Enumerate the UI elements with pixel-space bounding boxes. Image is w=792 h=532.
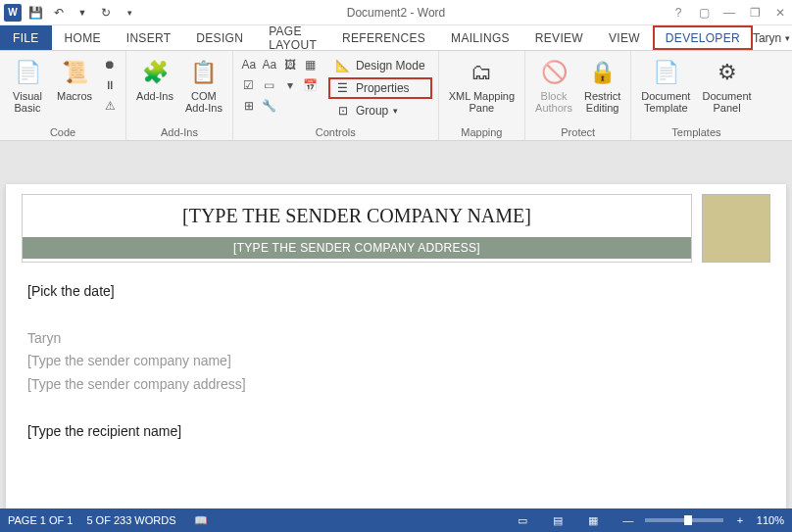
tab-review[interactable]: REVIEW	[522, 25, 596, 50]
tab-home[interactable]: HOME	[52, 25, 114, 50]
pause-recording-button[interactable]: ⏸	[100, 75, 120, 95]
xml-mapping-icon: 🗂	[466, 57, 497, 88]
date-picker-field[interactable]: [Pick the date]	[27, 280, 765, 304]
block-authors-button[interactable]: 🚫 Block Authors	[531, 55, 576, 116]
print-layout-button[interactable]: ▤	[547, 511, 569, 529]
user-name[interactable]: Taryn	[753, 31, 781, 45]
datepicker-control-button[interactable]: 📅	[301, 75, 321, 95]
document-page[interactable]: [TYPE THE SENDER COMPANY NAME] [TYPE THE…	[6, 184, 786, 508]
quick-access-toolbar: W 💾 ↶ ▼ ↻ ▾	[0, 3, 139, 23]
group-code: 📄 Visual Basic 📜 Macros ⏺ ⏸ ⚠ Code	[0, 51, 126, 140]
group-icon: ⊡	[335, 103, 351, 119]
zoom-control: — + 110%	[618, 511, 784, 529]
tab-developer[interactable]: DEVELOPER	[653, 25, 753, 50]
status-bar: PAGE 1 OF 1 5 OF 233 WORDS 📖 ▭ ▤ ▦ — + 1…	[0, 508, 792, 532]
group-controls: Aa Aa 🖼 ▦ ☑ ▭ ▾ 📅 ⊞ 🔧 📐	[233, 51, 439, 140]
minimize-button[interactable]: —	[719, 3, 739, 23]
group-templates-label: Templates	[637, 124, 755, 140]
macros-icon: 📜	[59, 57, 90, 88]
tab-page-layout[interactable]: PAGE LAYOUT	[256, 25, 329, 50]
design-mode-icon: 📐	[335, 58, 351, 73]
dropdown-control-button[interactable]: ▾	[280, 75, 300, 95]
properties-button[interactable]: ☰ Properties	[328, 77, 432, 99]
rich-text-control-button[interactable]: Aa	[239, 55, 259, 74]
titlebar: W 💾 ↶ ▼ ↻ ▾ Document2 - Word ? ▢ — ❐ ✕	[0, 0, 792, 25]
sender-name-text[interactable]: Taryn	[27, 327, 765, 351]
building-block-control-button[interactable]: ▦	[301, 55, 321, 74]
window-controls: ? ▢ — ❐ ✕	[668, 3, 790, 23]
zoom-in-button[interactable]: +	[729, 511, 751, 529]
group-controls-button[interactable]: ⊡ Group ▾	[328, 100, 432, 121]
group-addins-label: Add-Ins	[132, 124, 226, 140]
sender-company-name-field[interactable]: [TYPE THE SENDER COMPANY NAME]	[23, 195, 691, 237]
document-template-button[interactable]: 📄 Document Template	[637, 55, 694, 116]
macro-security-button[interactable]: ⚠	[100, 96, 120, 116]
sender-address-placeholder[interactable]: [Type the sender company address]	[27, 373, 765, 397]
undo-dropdown[interactable]: ▼	[73, 3, 92, 23]
addins-icon: 🧩	[139, 57, 171, 88]
group-protect-label: Protect	[531, 124, 624, 140]
ribbon: 📄 Visual Basic 📜 Macros ⏺ ⏸ ⚠ Code 🧩 Add…	[0, 51, 792, 141]
spelling-status-icon[interactable]: 📖	[190, 511, 212, 529]
restrict-editing-button[interactable]: 🔒 Restrict Editing	[580, 55, 624, 116]
undo-button[interactable]: ↶	[49, 3, 69, 23]
tab-references[interactable]: REFERENCES	[329, 25, 438, 50]
group-protect: 🚫 Block Authors 🔒 Restrict Editing Prote…	[525, 51, 631, 140]
properties-icon: ☰	[335, 80, 351, 96]
word-count[interactable]: 5 OF 233 WORDS	[86, 514, 175, 526]
save-button[interactable]: 💾	[25, 3, 45, 23]
design-mode-button[interactable]: 📐 Design Mode	[328, 55, 432, 76]
zoom-out-button[interactable]: —	[618, 511, 639, 529]
record-macro-button[interactable]: ⏺	[100, 55, 120, 74]
document-panel-button[interactable]: ⚙ Document Panel	[698, 55, 755, 116]
visual-basic-button[interactable]: 📄 Visual Basic	[6, 55, 49, 116]
recipient-name-field[interactable]: [Type the recipient name]	[27, 420, 765, 444]
zoom-level[interactable]: 110%	[757, 514, 784, 526]
group-addins: 🧩 Add-Ins 📋 COM Add-Ins Add-Ins	[126, 51, 233, 140]
qat-customize-dropdown[interactable]: ▾	[120, 3, 139, 23]
help-button[interactable]: ?	[668, 3, 688, 23]
word-app-icon[interactable]: W	[4, 4, 22, 22]
web-layout-button[interactable]: ▦	[582, 511, 604, 529]
ribbon-display-options[interactable]: ▢	[694, 3, 714, 23]
redo-button[interactable]: ↻	[96, 3, 116, 23]
sender-company-address-field[interactable]: [TYPE THE SENDER COMPANY ADDRESS]	[23, 237, 691, 259]
xml-mapping-pane-button[interactable]: 🗂 XML Mapping Pane	[445, 55, 519, 116]
document-panel-icon: ⚙	[712, 57, 743, 88]
com-addins-button[interactable]: 📋 COM Add-Ins	[181, 55, 226, 116]
restrict-editing-icon: 🔒	[587, 57, 619, 88]
document-template-icon: 📄	[650, 57, 681, 88]
document-area[interactable]: [TYPE THE SENDER COMPANY NAME] [TYPE THE…	[0, 141, 792, 508]
combobox-control-button[interactable]: ▭	[260, 75, 279, 95]
tab-insert[interactable]: INSERT	[114, 25, 184, 50]
sender-company-placeholder[interactable]: [Type the sender company name]	[27, 350, 765, 373]
document-header: [TYPE THE SENDER COMPANY NAME] [TYPE THE…	[22, 194, 770, 263]
group-mapping-label: Mapping	[445, 124, 519, 140]
addins-button[interactable]: 🧩 Add-Ins	[132, 55, 177, 104]
window-title: Document2 - Word	[347, 6, 445, 20]
group-templates: 📄 Document Template ⚙ Document Panel Tem…	[631, 51, 761, 140]
group-mapping: 🗂 XML Mapping Pane Mapping	[439, 51, 525, 140]
macros-button[interactable]: 📜 Macros	[53, 55, 96, 104]
zoom-slider[interactable]	[645, 518, 723, 522]
close-button[interactable]: ✕	[770, 3, 790, 23]
tab-mailings[interactable]: MAILINGS	[438, 25, 522, 50]
tab-design[interactable]: DESIGN	[183, 25, 256, 50]
tab-view[interactable]: VIEW	[596, 25, 653, 50]
picture-control-button[interactable]: 🖼	[280, 55, 300, 74]
group-controls-label: Controls	[239, 124, 432, 140]
document-body[interactable]: [Pick the date] Taryn [Type the sender c…	[22, 263, 770, 444]
visual-basic-icon: 📄	[12, 57, 43, 88]
repeating-section-control-button[interactable]: ⊞	[239, 96, 259, 116]
restore-button[interactable]: ❐	[745, 3, 765, 23]
plain-text-control-button[interactable]: Aa	[260, 55, 279, 74]
page-indicator[interactable]: PAGE 1 OF 1	[8, 514, 73, 526]
read-mode-button[interactable]: ▭	[512, 511, 533, 529]
com-addins-icon: 📋	[188, 57, 220, 88]
block-authors-icon: 🚫	[538, 57, 569, 88]
ribbon-tabs: FILE HOME INSERT DESIGN PAGE LAYOUT REFE…	[0, 25, 792, 51]
legacy-tools-button[interactable]: 🔧	[260, 96, 279, 116]
checkbox-control-button[interactable]: ☑	[239, 75, 259, 95]
logo-placeholder[interactable]	[702, 194, 770, 263]
tab-file[interactable]: FILE	[0, 25, 52, 50]
